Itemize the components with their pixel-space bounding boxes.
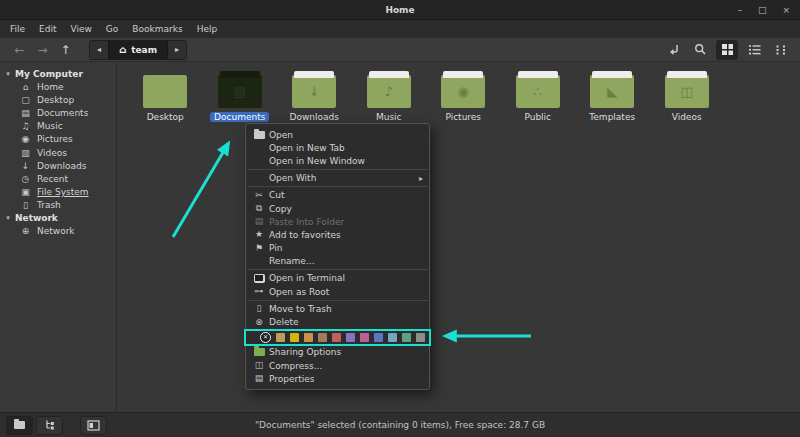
search-button[interactable]: [689, 40, 711, 60]
file-pictures[interactable]: ◉Pictures: [426, 68, 501, 122]
menubar-item-bookmarks[interactable]: Bookmarks: [125, 22, 189, 36]
folder-color-swatch-7[interactable]: [360, 333, 369, 342]
menu-item-label: Open in New Tab: [269, 143, 345, 153]
sidebar-item-network[interactable]: ⊕Network: [0, 225, 116, 238]
minimize-button[interactable]: –: [737, 5, 742, 15]
menu-item-cut[interactable]: ✂Cut: [246, 189, 429, 202]
menu-item-add-to-favorites[interactable]: ★Add to favorites: [246, 228, 429, 241]
menubar-item-edit[interactable]: Edit: [32, 22, 63, 36]
menu-item-open-as-root[interactable]: ⊶Open as Root: [246, 285, 429, 298]
edit-location-button[interactable]: [662, 40, 684, 60]
file-music[interactable]: ♪Music: [352, 68, 427, 122]
folder-color-swatch-10[interactable]: [402, 333, 411, 342]
sidebar-item-label: File System: [37, 187, 88, 197]
menu-item-open[interactable]: Open: [246, 128, 429, 141]
menu-item-open-with[interactable]: Open With▸: [246, 172, 429, 185]
expander-icon[interactable]: ▾: [4, 70, 12, 78]
video-icon: ▥: [20, 148, 31, 158]
breadcrumb-next-button[interactable]: ▸: [168, 41, 186, 59]
folder-color-swatch-5[interactable]: [332, 333, 341, 342]
menu-item-copy[interactable]: ⧉Copy: [246, 202, 429, 215]
folder-color-swatch-8[interactable]: [374, 333, 383, 342]
nemo-file-manager-window: { "window": { "title": "Home", "controls…: [0, 0, 800, 437]
menu-item-sharing-options[interactable]: Sharing Options: [246, 346, 429, 359]
properties-icon: ▤: [255, 374, 264, 383]
sidebar-item-videos[interactable]: ▥Videos: [0, 146, 116, 159]
menu-item-move-to-trash[interactable]: ▯Move to Trash: [246, 302, 429, 315]
menu-item-open-in-new-window[interactable]: Open in New Window: [246, 154, 429, 167]
file-templates[interactable]: ◣Templates: [575, 68, 650, 122]
folder-color-swatch-1[interactable]: [276, 333, 285, 342]
disk-icon: ▣: [20, 187, 31, 197]
menu-item-pin[interactable]: ⚑Pin: [246, 242, 429, 255]
sidebar-section-my-computer[interactable]: ▾My Computer: [0, 67, 116, 80]
menu-item-properties[interactable]: ▤Properties: [246, 372, 429, 385]
up-button[interactable]: ↑: [54, 44, 77, 56]
folder-color-swatch-6[interactable]: [346, 333, 355, 342]
file-downloads[interactable]: ↓Downloads: [277, 68, 352, 122]
menu-item-open-in-terminal[interactable]: Open in Terminal: [246, 272, 429, 285]
expander-icon[interactable]: ▾: [4, 214, 12, 222]
menu-item-open-in-new-tab[interactable]: Open in New Tab: [246, 141, 429, 154]
folder-color-swatch-3[interactable]: [304, 333, 313, 342]
sidebar-item-home[interactable]: ⌂Home: [0, 80, 116, 93]
folder-color-swatch-2[interactable]: [290, 333, 299, 342]
back-button[interactable]: ←: [8, 44, 31, 56]
breadcrumb-segment-team[interactable]: ⌂ team: [108, 41, 168, 59]
compress-icon: ◫: [255, 361, 264, 370]
menubar-item-view[interactable]: View: [64, 22, 99, 36]
star-icon: ★: [255, 230, 263, 239]
close-button[interactable]: ×: [782, 5, 790, 15]
sidebar-item-music[interactable]: ♫Music: [0, 120, 116, 133]
menubar-item-help[interactable]: Help: [190, 22, 225, 36]
network-icon: ⊕: [20, 226, 31, 236]
folder-emblem-templates: ◣: [607, 85, 617, 98]
sidebar-item-recent[interactable]: ◷Recent: [0, 172, 116, 185]
pin-icon: ⚑: [255, 244, 263, 253]
sidebar-section-network[interactable]: ▾Network: [0, 212, 116, 225]
music-icon: ♫: [20, 121, 31, 131]
document-icon: ▤: [20, 108, 31, 118]
list-view-button[interactable]: [743, 40, 765, 60]
folder-color-row: ✕: [246, 331, 429, 344]
folder-color-swatch-11[interactable]: [416, 333, 425, 342]
compact-view-button[interactable]: [770, 40, 792, 60]
sidebar-item-downloads[interactable]: ↓Downloads: [0, 159, 116, 172]
sidebar-item-pictures[interactable]: ◉Pictures: [0, 133, 116, 146]
clear-folder-color-button[interactable]: ✕: [260, 332, 271, 343]
menu-separator: [247, 269, 428, 270]
sidebar-item-documents[interactable]: ▤Documents: [0, 106, 116, 119]
shared-folder-icon: [254, 348, 265, 356]
file-label: Downloads: [286, 112, 343, 122]
menubar-item-go[interactable]: Go: [99, 22, 125, 36]
scissors-icon: ✂: [255, 191, 263, 200]
sidebar-item-trash[interactable]: ▯Trash: [0, 199, 116, 212]
file-desktop[interactable]: Desktop: [128, 68, 203, 122]
desktop-icon: ▢: [20, 95, 31, 105]
open-folder-icon: [254, 131, 265, 139]
icon-view[interactable]: Desktop▤Documents↓Downloads♪Music◉Pictur…: [117, 62, 800, 412]
folder-color-swatch-4[interactable]: [318, 333, 327, 342]
maximize-button[interactable]: □: [758, 5, 767, 15]
file-documents[interactable]: ▤Documents: [203, 68, 278, 122]
folder-color-swatch-9[interactable]: [388, 333, 397, 342]
toolbar: ← → ↑ ◂ ⌂ team ▸: [0, 38, 800, 62]
folder-emblem-public: ∴: [534, 85, 542, 98]
menu-item-delete[interactable]: ⊗Delete: [246, 315, 429, 328]
grid-view-button[interactable]: [716, 40, 738, 60]
sidebar-item-label: Network: [37, 226, 75, 236]
forward-button[interactable]: →: [31, 44, 54, 56]
file-videos[interactable]: ◫Videos: [650, 68, 725, 122]
breadcrumb-prev-button[interactable]: ◂: [90, 41, 108, 59]
menu-item-compress[interactable]: ◫Compress...: [246, 359, 429, 372]
file-label: Videos: [668, 112, 706, 122]
context-menu: OpenOpen in New TabOpen in New WindowOpe…: [245, 123, 430, 390]
sidebar-item-desktop[interactable]: ▢Desktop: [0, 93, 116, 106]
menubar-item-file[interactable]: File: [3, 22, 32, 36]
sidebar-item-label: Music: [37, 121, 63, 131]
folder-icon: ♪: [367, 75, 411, 108]
sidebar-item-label: Documents: [37, 108, 88, 118]
menu-item-rename[interactable]: Rename...: [246, 255, 429, 268]
sidebar-item-file-system[interactable]: ▣File System: [0, 186, 116, 199]
file-public[interactable]: ∴Public: [501, 68, 576, 122]
